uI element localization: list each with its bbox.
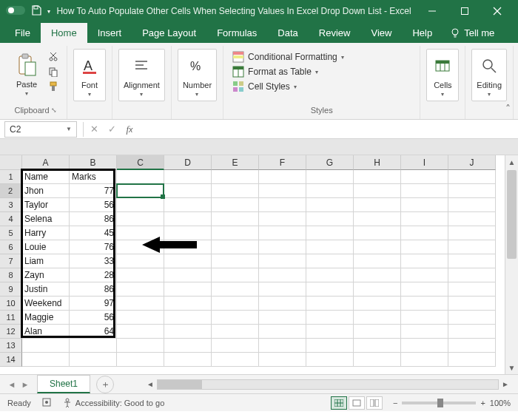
cell[interactable] [259,325,306,339]
tab-file[interactable]: File [4,23,41,43]
sheet-tab-active[interactable]: Sheet1 [37,375,90,393]
row-header[interactable]: 12 [0,325,22,339]
cell[interactable] [354,170,401,184]
cell[interactable] [401,254,448,268]
dialog-launcher-icon[interactable]: ⤡ [51,106,57,114]
cell[interactable] [117,240,164,254]
cell[interactable] [401,297,448,311]
cell[interactable] [259,282,306,297]
cell[interactable]: Justin [22,282,70,297]
col-header[interactable]: C [117,155,164,170]
cell[interactable] [117,226,164,240]
cell[interactable] [448,254,496,268]
cell[interactable] [448,240,496,254]
tab-formulas[interactable]: Formulas [206,23,267,43]
cell[interactable] [164,198,212,212]
col-header[interactable]: J [448,155,496,170]
cell[interactable] [212,184,259,198]
cell[interactable] [117,311,164,325]
scroll-left-icon[interactable]: ◄ [144,380,157,388]
cell[interactable] [354,184,401,198]
scroll-up-icon[interactable]: ▲ [505,155,518,169]
cell[interactable] [212,325,259,339]
cell[interactable] [70,353,117,367]
cell[interactable] [401,311,448,325]
cell[interactable] [259,353,306,367]
cell[interactable]: 86 [70,212,117,226]
cell[interactable] [164,254,212,268]
cell[interactable] [401,339,448,353]
cell[interactable] [117,268,164,282]
minimize-button[interactable] [417,0,447,22]
add-sheet-button[interactable]: ＋ [96,376,114,393]
cell[interactable] [164,353,212,367]
cells-button[interactable]: Cells ▾ [426,49,459,101]
maximize-button[interactable] [450,0,480,22]
autosave-toggle-icon[interactable] [6,6,25,17]
view-normal-button[interactable] [331,396,347,410]
cell[interactable] [117,198,164,212]
view-page-break-button[interactable] [366,396,383,410]
cell[interactable] [117,353,164,367]
cell[interactable] [22,353,70,367]
cell[interactable]: Taylor [22,198,70,212]
col-header[interactable]: I [401,155,448,170]
cell[interactable]: Louie [22,240,70,254]
cell[interactable] [401,282,448,297]
cell[interactable] [212,254,259,268]
col-header[interactable]: F [259,155,306,170]
tab-review[interactable]: Review [309,23,361,43]
cells-area[interactable]: NameMarksJhon77Taylor56Selena86Harry45Lo… [22,170,496,367]
cell[interactable] [259,254,306,268]
view-page-layout-button[interactable] [349,396,365,410]
cell[interactable] [448,297,496,311]
cell[interactable] [306,254,354,268]
cell[interactable] [259,297,306,311]
cell[interactable] [117,339,164,353]
cell[interactable] [401,240,448,254]
cell[interactable] [212,170,259,184]
cell[interactable] [117,325,164,339]
cell[interactable] [354,282,401,297]
cell[interactable]: 56 [70,311,117,325]
cell[interactable] [354,353,401,367]
cell[interactable] [401,325,448,339]
row-header[interactable]: 9 [0,282,22,297]
cell[interactable] [401,198,448,212]
cell[interactable] [164,212,212,226]
cell[interactable] [164,226,212,240]
cell[interactable] [70,339,117,353]
row-header[interactable]: 14 [0,353,22,367]
cell[interactable]: 28 [70,268,117,282]
save-icon[interactable] [31,5,41,18]
cell[interactable] [259,240,306,254]
cell[interactable] [306,311,354,325]
cell[interactable] [212,282,259,297]
cell[interactable] [259,170,306,184]
row-header[interactable]: 6 [0,240,22,254]
cell[interactable] [164,339,212,353]
cell[interactable] [401,184,448,198]
tab-insert[interactable]: Insert [87,23,132,43]
cell[interactable] [306,268,354,282]
font-button[interactable]: A Font ▾ [73,49,106,101]
cell[interactable] [164,311,212,325]
editing-button[interactable]: Editing ▾ [471,49,507,101]
cell[interactable] [401,353,448,367]
cell[interactable]: Maggie [22,311,70,325]
cell[interactable] [448,282,496,297]
close-button[interactable] [482,0,512,22]
vertical-scrollbar[interactable]: ▲ ▼ [505,155,518,374]
cell[interactable]: Weekend [22,297,70,311]
conditional-formatting-button[interactable]: Conditional Formatting ▾ [229,50,347,64]
cell[interactable] [306,198,354,212]
cell[interactable]: 76 [70,240,117,254]
vscroll-thumb[interactable] [507,170,517,259]
cell[interactable] [259,226,306,240]
cell[interactable] [164,240,212,254]
cell[interactable] [354,240,401,254]
cell[interactable] [259,212,306,226]
cell[interactable] [22,339,70,353]
row-header[interactable]: 3 [0,198,22,212]
cell[interactable] [354,198,401,212]
